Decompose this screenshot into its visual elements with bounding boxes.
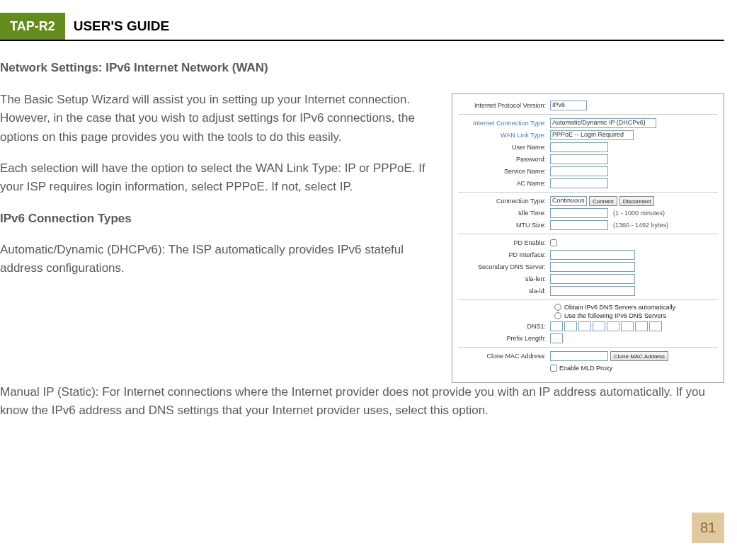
input-dns1-seg-2[interactable] <box>564 321 577 331</box>
label-pd-interface: PD Interface: <box>458 251 550 258</box>
label-ip-version: Internet Protocol Version: <box>458 102 550 109</box>
row-service: Service Name: <box>458 166 718 176</box>
select-connection-mode[interactable]: Continuous <box>550 196 587 206</box>
section-heading: Network Settings: IPv6 Internet Network … <box>0 61 724 75</box>
label-prefix-length: Prefix Length: <box>458 335 550 342</box>
page-number: 81 <box>692 513 724 543</box>
select-ip-version[interactable]: IPv6 <box>550 101 587 110</box>
row-wan-link: WAN Link Type: PPPoE -- Login Required <box>458 130 718 140</box>
subheading-connection-types: IPv6 Connection Types <box>0 210 439 228</box>
body-wrap: The Basic Setup Wizard will assist you i… <box>0 91 724 383</box>
input-secondary-dns[interactable] <box>550 262 635 272</box>
label-conn-type: Internet Connection Type: <box>458 120 550 127</box>
row-pd-enable: PD Enable: <box>458 238 718 248</box>
label-dns1: DNS1: <box>458 323 550 330</box>
hint-mtu: (1360 - 1492 bytes) <box>613 222 668 229</box>
paragraph-intro: The Basic Setup Wizard will assist you i… <box>0 91 439 147</box>
clone-mac-button[interactable]: Clone MAC Address <box>610 351 668 361</box>
input-idle[interactable] <box>550 208 608 218</box>
input-dns1-seg-1[interactable] <box>550 321 563 331</box>
input-dns1-seg-7[interactable] <box>635 321 648 331</box>
row-sla-id: sla-id: <box>458 286 718 300</box>
row-mld: Enable MLD Proxy <box>458 363 718 373</box>
disconnect-button[interactable]: Disconnect <box>619 196 655 206</box>
select-wan-link[interactable]: PPPoE -- Login Required <box>550 130 634 140</box>
input-sla-len[interactable] <box>550 274 635 284</box>
label-connection-mode: Connection Type: <box>458 198 550 205</box>
row-idle: Idle Time: (1 - 1000 minutes) <box>458 208 718 218</box>
row-dns1: DNS1: <box>458 321 718 331</box>
text-column: The Basic Setup Wizard will assist you i… <box>0 91 439 383</box>
label-secondary-dns: Secondary DNS Server: <box>458 263 550 270</box>
radio-dns-auto[interactable] <box>554 304 561 311</box>
doc-title: USER'S GUIDE <box>65 13 178 40</box>
row-connection-mode: Connection Type: Continuous Connect Disc… <box>458 196 718 206</box>
hint-idle: (1 - 1000 minutes) <box>613 210 665 217</box>
checkbox-mld-proxy[interactable] <box>550 365 557 372</box>
text-after-figure: Manual IP (Static): For Internet connect… <box>0 383 724 421</box>
paragraph-static: Manual IP (Static): For Internet connect… <box>0 383 724 421</box>
input-dns1-seg-5[interactable] <box>607 321 619 331</box>
input-dns1-seg-8[interactable] <box>649 321 662 331</box>
label-idle: Idle Time: <box>458 210 550 217</box>
paragraph-dhcpv6: Automatic/Dynamic (DHCPv6): The ISP auto… <box>0 241 439 278</box>
paragraph-wan-link: Each selection will have the option to s… <box>0 159 439 197</box>
row-secondary-dns: Secondary DNS Server: <box>458 262 718 272</box>
radio-label-dns-auto: Obtain IPv6 DNS Servers automatically <box>564 304 675 311</box>
row-pd-interface: PD Interface: <box>458 250 718 260</box>
figure-column: Internet Protocol Version: IPv6 Internet… <box>452 91 724 383</box>
input-password[interactable] <box>550 154 608 164</box>
label-password: Password: <box>458 156 550 163</box>
input-username[interactable] <box>550 142 608 152</box>
label-service: Service Name: <box>458 168 550 175</box>
input-dns1-seg-3[interactable] <box>578 321 591 331</box>
label-mld-proxy: Enable MLD Proxy <box>559 365 612 372</box>
input-pd-interface[interactable] <box>550 250 635 260</box>
radio-dns-manual[interactable] <box>554 312 561 319</box>
label-clone-mac: Clone MAC Address: <box>458 353 550 360</box>
label-sla-id: sla-id: <box>458 287 550 295</box>
config-screenshot: Internet Protocol Version: IPv6 Internet… <box>452 93 724 383</box>
label-sla-len: sla-len: <box>458 275 550 282</box>
input-sla-id[interactable] <box>550 286 635 296</box>
input-mtu[interactable] <box>550 220 608 230</box>
row-ip-version: Internet Protocol Version: IPv6 <box>458 101 718 115</box>
connect-button[interactable]: Connect <box>589 196 617 206</box>
row-password: Password: <box>458 154 718 164</box>
input-ac[interactable] <box>550 178 608 188</box>
row-sla-len: sla-len: <box>458 274 718 284</box>
label-wan-link: WAN Link Type: <box>458 132 550 139</box>
row-conn-type: Internet Connection Type: Automatic/Dyna… <box>458 118 718 128</box>
row-prefix-length: Prefix Length: <box>458 333 718 348</box>
row-username: User Name: <box>458 142 718 152</box>
product-badge: TAP-R2 <box>0 13 65 40</box>
page-content: Network Settings: IPv6 Internet Network … <box>0 41 737 421</box>
label-username: User Name: <box>458 144 550 151</box>
label-ac: AC Name: <box>458 180 550 187</box>
page-header: TAP-R2 USER'S GUIDE <box>0 13 724 41</box>
input-dns1-seg-4[interactable] <box>593 321 605 331</box>
input-service[interactable] <box>550 166 608 176</box>
select-conn-type[interactable]: Automatic/Dynamic IP (DHCPv6) <box>550 118 656 128</box>
row-clone-mac: Clone MAC Address: Clone MAC Address <box>458 351 718 361</box>
input-dns1-seg-6[interactable] <box>621 321 634 331</box>
input-clone-mac[interactable] <box>550 351 608 361</box>
label-mtu: MTU Size: <box>458 222 550 229</box>
radio-label-dns-manual: Use the following IPv6 DNS Servers <box>564 312 666 319</box>
checkbox-pd-enable[interactable] <box>550 239 557 246</box>
row-ac: AC Name: <box>458 178 718 193</box>
label-pd-enable: PD Enable: <box>458 239 550 246</box>
row-mtu: MTU Size: (1360 - 1492 bytes) <box>458 220 718 234</box>
dns1-segments <box>550 321 662 331</box>
input-prefix-length[interactable] <box>550 333 563 343</box>
dns-radio-block: Obtain IPv6 DNS Servers automatically Us… <box>458 304 718 319</box>
